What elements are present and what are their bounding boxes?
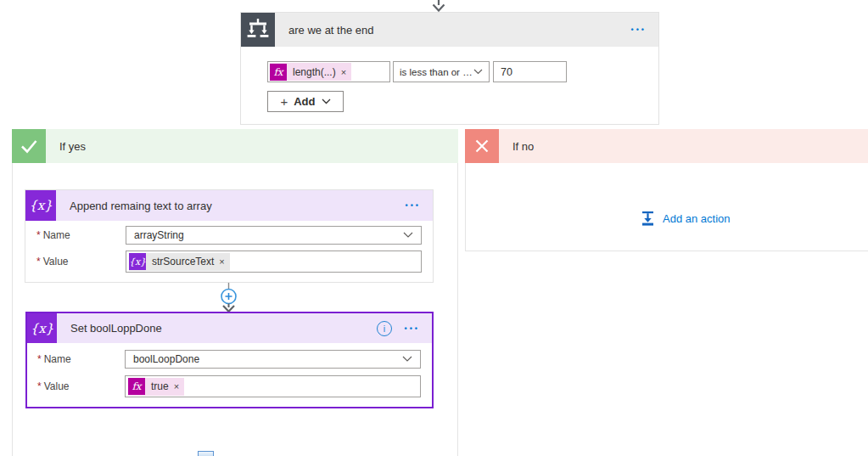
if-yes-header[interactable]: If yes xyxy=(12,129,458,163)
flow-canvas: are we at the end ••• fx length(...) × i… xyxy=(0,0,868,456)
name-field-label: *Name xyxy=(37,350,71,369)
insert-step-connector[interactable] xyxy=(213,283,244,312)
fx-icon: fx xyxy=(128,378,145,395)
if-no-branch-body: Add an action xyxy=(465,163,868,251)
condition-operand-field[interactable]: fx length(...) × xyxy=(267,61,390,82)
set-variable-title: Set boolLoppDone xyxy=(70,322,162,335)
condition-card[interactable]: are we at the end ••• fx length(...) × i… xyxy=(240,12,659,125)
x-icon xyxy=(465,129,499,163)
condition-icon xyxy=(241,13,275,47)
variable-icon: {x} xyxy=(129,253,146,270)
name-dropdown-value: arrayString xyxy=(134,229,184,241)
token-pill-label: true xyxy=(145,380,173,392)
next-step-stub[interactable] xyxy=(198,451,214,456)
remove-pill-icon[interactable]: × xyxy=(340,67,351,77)
expression-pill-label: length(...) xyxy=(287,66,340,78)
condition-operator-value: is less than or eq... xyxy=(400,67,473,77)
set-variable-card[interactable]: {x} Set boolLoppDone i ••• *Name boolLoo… xyxy=(25,312,434,408)
check-icon xyxy=(12,129,46,163)
name-dropdown[interactable]: arrayString xyxy=(126,226,422,245)
info-icon[interactable]: i xyxy=(377,321,392,336)
variable-icon: {x} xyxy=(25,190,56,221)
condition-operator-dropdown[interactable]: is less than or eq... xyxy=(393,61,490,82)
append-variable-title: Append remaing text to array xyxy=(70,200,212,212)
add-button-label: Add xyxy=(294,95,315,108)
condition-card-header[interactable]: are we at the end ••• xyxy=(241,13,658,47)
append-variable-card[interactable]: {x} Append remaing text to array ••• *Na… xyxy=(25,189,434,283)
fx-icon: fx xyxy=(270,64,287,81)
token-pill-label: strSourceText xyxy=(146,256,218,267)
value-input[interactable]: fx true × xyxy=(125,375,421,397)
condition-row: fx length(...) × is less than or eq... 7… xyxy=(267,61,658,82)
condition-body: fx length(...) × is less than or eq... 7… xyxy=(241,47,658,112)
chevron-down-icon xyxy=(403,232,413,239)
plus-icon: + xyxy=(280,94,288,109)
set-variable-card-header[interactable]: {x} Set boolLoppDone i ••• xyxy=(27,313,432,343)
name-dropdown-value: boolLoopDone xyxy=(133,353,199,365)
append-variable-card-header[interactable]: {x} Append remaing text to array ••• xyxy=(25,190,433,221)
condition-title: are we at the end xyxy=(288,24,373,37)
variable-token-pill[interactable]: {x} strSourceText × xyxy=(129,253,230,271)
menu-dots-icon[interactable]: ••• xyxy=(405,313,420,343)
add-action-icon xyxy=(640,211,656,226)
name-field-label: *Name xyxy=(36,226,70,245)
menu-dots-icon[interactable]: ••• xyxy=(631,13,647,47)
remove-pill-icon[interactable]: × xyxy=(218,256,229,267)
name-dropdown[interactable]: boolLoopDone xyxy=(125,350,421,369)
if-no-label: If no xyxy=(512,140,534,153)
chevron-down-icon xyxy=(402,356,412,363)
remove-pill-icon[interactable]: × xyxy=(173,381,184,391)
value-field-label: *Value xyxy=(36,251,68,273)
if-yes-label: If yes xyxy=(59,140,86,153)
if-no-header[interactable]: If no xyxy=(465,129,868,163)
add-an-action-label: Add an action xyxy=(663,212,731,225)
menu-dots-icon[interactable]: ••• xyxy=(406,190,421,221)
expression-token-pill[interactable]: fx true × xyxy=(128,378,184,396)
value-input[interactable]: {x} strSourceText × xyxy=(126,251,422,273)
add-an-action-button[interactable]: Add an action xyxy=(640,211,731,226)
value-field-label: *Value xyxy=(37,375,69,397)
expression-pill[interactable]: fx length(...) × xyxy=(270,63,351,81)
condition-value-field[interactable]: 70 xyxy=(493,61,567,82)
add-condition-button[interactable]: + Add xyxy=(267,91,344,112)
chevron-down-icon xyxy=(322,99,331,104)
connector-arrow-top xyxy=(428,0,449,12)
chevron-down-icon xyxy=(473,69,483,75)
variable-icon: {x} xyxy=(27,313,57,343)
